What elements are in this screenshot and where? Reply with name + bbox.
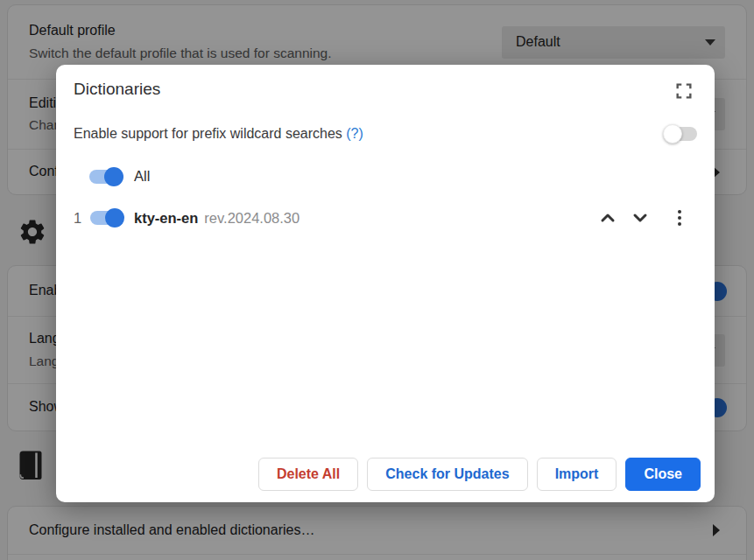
- chevron-down-icon[interactable]: [628, 206, 652, 230]
- dictionary-actions: [595, 206, 688, 230]
- modal-footer: Delete All Check for Updates Import Clos…: [258, 458, 701, 491]
- check-for-updates-button[interactable]: Check for Updates: [367, 458, 527, 491]
- dictionary-name: kty-en-en: [134, 210, 198, 227]
- toggle-knob: [104, 167, 123, 186]
- dictionaries-modal: Dictionaries Enable support for prefix w…: [56, 65, 715, 502]
- all-dictionaries-label: All: [134, 168, 150, 185]
- delete-all-button[interactable]: Delete All: [258, 458, 358, 491]
- wildcard-search-text: Enable support for prefix wildcard searc…: [74, 126, 342, 141]
- wildcard-help-link[interactable]: (?): [346, 126, 363, 141]
- dictionary-index: 1: [74, 210, 85, 227]
- modal-header: Dictionaries: [56, 65, 715, 102]
- modal-title: Dictionaries: [74, 80, 160, 99]
- wildcard-search-row: Enable support for prefix wildcard searc…: [74, 126, 697, 142]
- kebab-menu-icon[interactable]: [671, 207, 688, 228]
- dictionary-row: 1 kty-en-en rev.2024.08.30: [74, 206, 688, 230]
- fullscreen-icon[interactable]: [673, 80, 695, 102]
- wildcard-search-label: Enable support for prefix wildcard searc…: [74, 126, 363, 142]
- import-button[interactable]: Import: [537, 458, 617, 491]
- toggle-knob: [105, 208, 124, 228]
- settings-page: Default profile Switch the default profi…: [0, 0, 754, 560]
- all-dictionaries-row: All: [89, 168, 715, 185]
- wildcard-search-toggle[interactable]: [665, 127, 697, 141]
- toggle-knob: [663, 124, 682, 144]
- chevron-up-icon[interactable]: [595, 206, 620, 230]
- all-dictionaries-toggle[interactable]: [89, 170, 122, 184]
- dictionary-toggle[interactable]: [90, 211, 123, 225]
- close-button[interactable]: Close: [625, 458, 701, 491]
- dictionary-revision: rev.2024.08.30: [204, 210, 299, 227]
